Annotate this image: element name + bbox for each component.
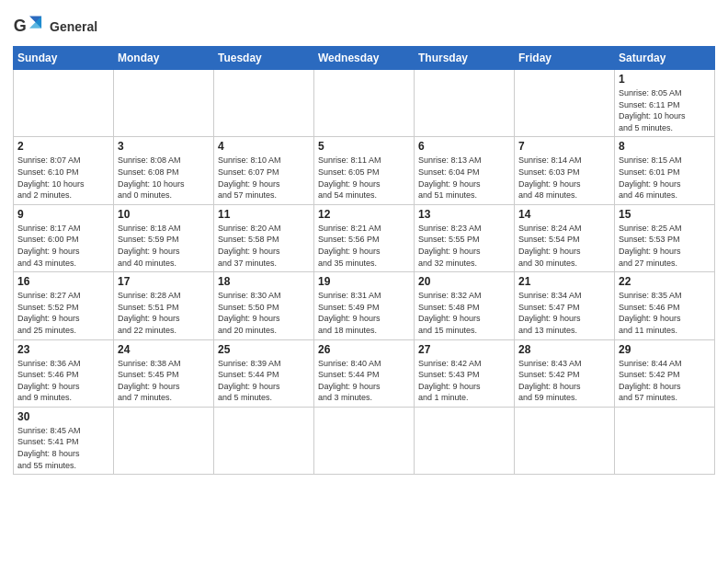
logo: G General — [13, 13, 97, 40]
weekday-header-tuesday: Tuesday — [214, 47, 314, 70]
calendar-day-cell — [214, 70, 314, 137]
calendar-table: SundayMondayTuesdayWednesdayThursdayFrid… — [13, 46, 715, 475]
header: G General — [13, 9, 715, 40]
calendar-day-cell: 14Sunrise: 8:24 AM Sunset: 5:54 PM Dayli… — [515, 204, 615, 271]
day-number: 9 — [17, 208, 109, 221]
page: G General SundayMondayTuesdayWednesdayTh… — [0, 0, 728, 563]
calendar-day-cell: 1Sunrise: 8:05 AM Sunset: 6:11 PM Daylig… — [615, 70, 715, 137]
day-number: 8 — [619, 140, 711, 153]
day-number: 15 — [619, 208, 711, 221]
day-info: Sunrise: 8:30 AM Sunset: 5:50 PM Dayligh… — [218, 290, 310, 336]
calendar-day-cell: 4Sunrise: 8:10 AM Sunset: 6:07 PM Daylig… — [214, 137, 314, 204]
calendar-day-cell: 10Sunrise: 8:18 AM Sunset: 5:59 PM Dayli… — [114, 204, 214, 271]
calendar-day-cell — [314, 70, 415, 137]
day-info: Sunrise: 8:38 AM Sunset: 5:45 PM Dayligh… — [118, 358, 210, 404]
day-info: Sunrise: 8:35 AM Sunset: 5:46 PM Dayligh… — [619, 290, 711, 336]
day-number: 7 — [518, 140, 610, 153]
day-info: Sunrise: 8:13 AM Sunset: 6:04 PM Dayligh… — [418, 155, 510, 201]
day-info: Sunrise: 8:39 AM Sunset: 5:44 PM Dayligh… — [218, 358, 310, 404]
day-info: Sunrise: 8:20 AM Sunset: 5:58 PM Dayligh… — [218, 223, 310, 269]
calendar-day-cell — [615, 407, 715, 474]
calendar-day-cell: 5Sunrise: 8:11 AM Sunset: 6:05 PM Daylig… — [314, 137, 415, 204]
day-info: Sunrise: 8:07 AM Sunset: 6:10 PM Dayligh… — [17, 155, 109, 201]
day-info: Sunrise: 8:31 AM Sunset: 5:49 PM Dayligh… — [318, 290, 410, 336]
calendar-week-row: 30Sunrise: 8:45 AM Sunset: 5:41 PM Dayli… — [14, 407, 715, 474]
day-info: Sunrise: 8:23 AM Sunset: 5:55 PM Dayligh… — [418, 223, 510, 269]
day-info: Sunrise: 8:36 AM Sunset: 5:46 PM Dayligh… — [17, 358, 109, 404]
weekday-header-saturday: Saturday — [615, 47, 715, 70]
day-info: Sunrise: 8:40 AM Sunset: 5:44 PM Dayligh… — [318, 358, 410, 404]
day-info: Sunrise: 8:15 AM Sunset: 6:01 PM Dayligh… — [619, 155, 711, 201]
day-info: Sunrise: 8:27 AM Sunset: 5:52 PM Dayligh… — [17, 290, 109, 336]
calendar-day-cell: 19Sunrise: 8:31 AM Sunset: 5:49 PM Dayli… — [314, 272, 415, 339]
logo-text: General — [50, 19, 97, 35]
day-number: 23 — [17, 343, 109, 356]
calendar-day-cell: 23Sunrise: 8:36 AM Sunset: 5:46 PM Dayli… — [14, 339, 114, 407]
calendar-day-cell — [515, 70, 615, 137]
calendar-day-cell: 13Sunrise: 8:23 AM Sunset: 5:55 PM Dayli… — [415, 204, 515, 271]
day-number: 24 — [118, 343, 210, 356]
day-number: 20 — [418, 275, 510, 288]
day-number: 1 — [619, 73, 711, 86]
calendar-day-cell: 27Sunrise: 8:42 AM Sunset: 5:43 PM Dayli… — [415, 339, 515, 407]
calendar-day-cell: 7Sunrise: 8:14 AM Sunset: 6:03 PM Daylig… — [515, 137, 615, 204]
day-number: 10 — [118, 208, 210, 221]
day-info: Sunrise: 8:17 AM Sunset: 6:00 PM Dayligh… — [17, 223, 109, 269]
calendar-day-cell — [314, 407, 415, 474]
day-number: 28 — [518, 343, 610, 356]
day-info: Sunrise: 8:11 AM Sunset: 6:05 PM Dayligh… — [318, 155, 410, 201]
day-number: 18 — [218, 275, 310, 288]
calendar-day-cell — [114, 70, 214, 137]
day-info: Sunrise: 8:08 AM Sunset: 6:08 PM Dayligh… — [118, 155, 210, 201]
day-number: 26 — [318, 343, 410, 356]
day-info: Sunrise: 8:18 AM Sunset: 5:59 PM Dayligh… — [118, 223, 210, 269]
calendar-day-cell: 8Sunrise: 8:15 AM Sunset: 6:01 PM Daylig… — [615, 137, 715, 204]
calendar-day-cell: 28Sunrise: 8:43 AM Sunset: 5:42 PM Dayli… — [515, 339, 615, 407]
calendar-week-row: 16Sunrise: 8:27 AM Sunset: 5:52 PM Dayli… — [14, 272, 715, 339]
calendar-week-row: 9Sunrise: 8:17 AM Sunset: 6:00 PM Daylig… — [14, 204, 715, 271]
day-info: Sunrise: 8:45 AM Sunset: 5:41 PM Dayligh… — [17, 425, 109, 471]
day-number: 16 — [17, 275, 109, 288]
calendar-day-cell: 25Sunrise: 8:39 AM Sunset: 5:44 PM Dayli… — [214, 339, 314, 407]
day-number: 25 — [218, 343, 310, 356]
day-info: Sunrise: 8:32 AM Sunset: 5:48 PM Dayligh… — [418, 290, 510, 336]
day-info: Sunrise: 8:43 AM Sunset: 5:42 PM Dayligh… — [518, 358, 610, 404]
calendar-day-cell: 3Sunrise: 8:08 AM Sunset: 6:08 PM Daylig… — [114, 137, 214, 204]
day-info: Sunrise: 8:24 AM Sunset: 5:54 PM Dayligh… — [518, 223, 610, 269]
day-number: 14 — [518, 208, 610, 221]
calendar-day-cell: 15Sunrise: 8:25 AM Sunset: 5:53 PM Dayli… — [615, 204, 715, 271]
day-number: 19 — [318, 275, 410, 288]
day-info: Sunrise: 8:05 AM Sunset: 6:11 PM Dayligh… — [619, 87, 711, 133]
calendar-day-cell: 20Sunrise: 8:32 AM Sunset: 5:48 PM Dayli… — [415, 272, 515, 339]
calendar-day-cell — [214, 407, 314, 474]
calendar-week-row: 23Sunrise: 8:36 AM Sunset: 5:46 PM Dayli… — [14, 339, 715, 407]
day-number: 3 — [118, 140, 210, 153]
day-number: 5 — [318, 140, 410, 153]
calendar-day-cell: 24Sunrise: 8:38 AM Sunset: 5:45 PM Dayli… — [114, 339, 214, 407]
svg-text:G: G — [14, 17, 27, 35]
calendar-day-cell: 16Sunrise: 8:27 AM Sunset: 5:52 PM Dayli… — [14, 272, 114, 339]
calendar-day-cell — [515, 407, 615, 474]
weekday-header-thursday: Thursday — [415, 47, 515, 70]
calendar-day-cell — [415, 70, 515, 137]
day-number: 11 — [218, 208, 310, 221]
calendar-day-cell: 21Sunrise: 8:34 AM Sunset: 5:47 PM Dayli… — [515, 272, 615, 339]
calendar-day-cell: 11Sunrise: 8:20 AM Sunset: 5:58 PM Dayli… — [214, 204, 314, 271]
day-info: Sunrise: 8:44 AM Sunset: 5:42 PM Dayligh… — [619, 358, 711, 404]
weekday-header-row: SundayMondayTuesdayWednesdayThursdayFrid… — [14, 47, 715, 70]
calendar-day-cell: 18Sunrise: 8:30 AM Sunset: 5:50 PM Dayli… — [214, 272, 314, 339]
day-number: 17 — [118, 275, 210, 288]
weekday-header-monday: Monday — [114, 47, 214, 70]
day-number: 30 — [17, 410, 109, 423]
day-info: Sunrise: 8:34 AM Sunset: 5:47 PM Dayligh… — [518, 290, 610, 336]
calendar-day-cell — [415, 407, 515, 474]
calendar-day-cell: 17Sunrise: 8:28 AM Sunset: 5:51 PM Dayli… — [114, 272, 214, 339]
calendar-day-cell: 12Sunrise: 8:21 AM Sunset: 5:56 PM Dayli… — [314, 204, 415, 271]
day-number: 13 — [418, 208, 510, 221]
day-number: 12 — [318, 208, 410, 221]
calendar-day-cell: 26Sunrise: 8:40 AM Sunset: 5:44 PM Dayli… — [314, 339, 415, 407]
calendar-day-cell: 22Sunrise: 8:35 AM Sunset: 5:46 PM Dayli… — [615, 272, 715, 339]
day-info: Sunrise: 8:25 AM Sunset: 5:53 PM Dayligh… — [619, 223, 711, 269]
day-info: Sunrise: 8:10 AM Sunset: 6:07 PM Dayligh… — [218, 155, 310, 201]
weekday-header-friday: Friday — [515, 47, 615, 70]
